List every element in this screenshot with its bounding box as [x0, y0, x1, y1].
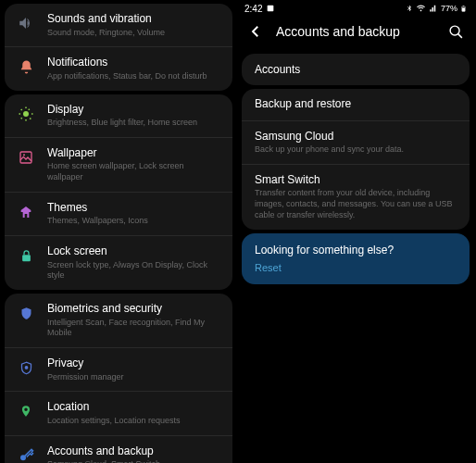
page-header: Accounts and backup — [237, 17, 474, 50]
notification-icon — [266, 4, 275, 13]
item-samsung-cloud[interactable]: Samsung Cloud Back up your phone and syn… — [242, 121, 470, 165]
notifications-icon — [16, 56, 36, 77]
item-sub: Sound mode, Ringtone, Volume — [47, 28, 221, 39]
item-sub: Themes, Wallpapers, Icons — [47, 216, 221, 227]
svg-point-14 — [450, 26, 459, 35]
item-sub: Permission manager — [47, 372, 221, 383]
item-title: Backup and restore — [255, 97, 457, 112]
backup-section: Backup and restore Samsung Cloud Back up… — [242, 89, 470, 230]
accounts-section[interactable]: Accounts — [242, 54, 470, 85]
svg-rect-12 — [462, 7, 465, 11]
bluetooth-icon — [406, 4, 413, 13]
svg-point-4 — [25, 366, 28, 369]
item-sub: Back up your phone and sync your data. — [255, 144, 457, 156]
section-title: Accounts — [255, 63, 457, 76]
item-sub: Samsung Cloud, Smart Switch — [47, 459, 221, 463]
accounts-panel: 2:42 77% Accounts and backup Accounts Ba… — [237, 0, 474, 463]
page-title: Accounts and backup — [276, 24, 446, 39]
item-title: Location — [47, 400, 221, 415]
settings-item-themes[interactable]: Themes Themes, Wallpapers, Icons — [5, 193, 232, 236]
item-sub: Intelligent Scan, Face recognition, Find… — [47, 318, 221, 339]
item-title: Accounts and backup — [47, 444, 221, 459]
settings-item-accounts[interactable]: Accounts and backup Samsung Cloud, Smart… — [5, 436, 232, 463]
item-sub: Transfer content from your old device, i… — [255, 188, 457, 220]
item-title: Notifications — [47, 56, 221, 70]
display-icon — [16, 104, 36, 124]
sound-icon — [16, 13, 36, 33]
settings-item-notifications[interactable]: Notifications App notifications, Status … — [5, 47, 232, 90]
settings-item-sounds[interactable]: Sounds and vibration Sound mode, Rington… — [5, 4, 232, 47]
svg-rect-3 — [22, 255, 31, 261]
item-title: Smart Switch — [255, 173, 457, 188]
promo-title: Looking for something else? — [255, 244, 457, 257]
settings-item-display[interactable]: Display Brightness, Blue light filter, H… — [5, 94, 232, 138]
lock-icon — [16, 245, 36, 266]
status-bar: 2:42 77% — [237, 0, 474, 17]
item-sub: Location settings, Location requests — [47, 416, 221, 427]
item-sub: Home screen wallpaper, Lock screen wallp… — [47, 161, 221, 182]
item-title: Sounds and vibration — [47, 12, 221, 27]
settings-item-location[interactable]: Location Location settings, Location req… — [5, 392, 232, 435]
back-button[interactable] — [246, 22, 265, 41]
location-icon — [16, 401, 36, 421]
svg-rect-10 — [268, 6, 274, 12]
promo-card: Looking for something else? Reset — [242, 233, 470, 284]
settings-item-biometrics[interactable]: Biometrics and security Intelligent Scan… — [5, 294, 232, 348]
settings-group-2: Display Brightness, Blue light filter, H… — [5, 94, 232, 291]
item-title: Wallpaper — [47, 146, 221, 161]
settings-item-privacy[interactable]: Privacy Permission manager — [5, 348, 232, 392]
search-button[interactable] — [446, 22, 465, 41]
settings-item-lockscreen[interactable]: Lock screen Screen lock type, Always On … — [5, 236, 232, 290]
settings-panel: Sounds and vibration Sound mode, Rington… — [0, 0, 237, 463]
settings-item-wallpaper[interactable]: Wallpaper Home screen wallpaper, Lock sc… — [5, 138, 232, 193]
item-sub: Screen lock type, Always On Display, Clo… — [47, 260, 221, 282]
item-title: Lock screen — [47, 244, 221, 259]
item-title: Privacy — [47, 357, 221, 371]
svg-point-2 — [23, 154, 25, 156]
svg-rect-13 — [463, 6, 464, 6]
key-icon — [16, 445, 36, 463]
settings-group-3: Biometrics and security Intelligent Scan… — [5, 294, 232, 463]
item-sub: App notifications, Status bar, Do not di… — [47, 71, 221, 82]
item-title: Samsung Cloud — [255, 130, 457, 144]
shield-icon — [16, 303, 36, 323]
item-backup-restore[interactable]: Backup and restore — [242, 89, 470, 121]
battery-text: 77% — [441, 4, 457, 13]
item-smart-switch[interactable]: Smart Switch Transfer content from your … — [242, 165, 470, 230]
themes-icon — [16, 202, 36, 222]
settings-group-1: Sounds and vibration Sound mode, Rington… — [5, 4, 232, 91]
item-title: Display — [47, 103, 221, 118]
privacy-icon — [16, 357, 36, 378]
item-sub: Brightness, Blue light filter, Home scre… — [47, 118, 221, 129]
wifi-icon — [416, 5, 426, 13]
status-time: 2:42 — [244, 4, 262, 14]
battery-icon — [460, 4, 467, 14]
item-title: Themes — [47, 201, 221, 216]
signal-icon — [429, 5, 438, 13]
reset-link[interactable]: Reset — [255, 262, 457, 273]
item-title: Biometrics and security — [47, 302, 221, 317]
svg-point-0 — [23, 111, 29, 117]
wallpaper-icon — [16, 147, 36, 168]
